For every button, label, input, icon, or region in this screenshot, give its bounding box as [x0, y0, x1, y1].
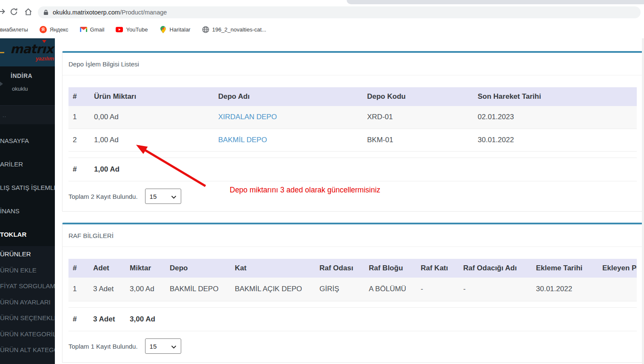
bookmark-haritalar[interactable]: Haritalar	[160, 26, 191, 33]
bookmark-label: Gmail	[90, 26, 105, 33]
sidebar-item-label: ÜRÜN AYARLARI	[0, 298, 51, 306]
col-depo-adi: Depo Adı	[214, 87, 363, 106]
cell: GİRİŞ	[315, 278, 365, 301]
row-index: 1	[68, 106, 90, 129]
reload-button[interactable]	[6, 5, 21, 20]
yandex-icon: Я	[40, 26, 47, 33]
bookmark-novalties[interactable]: 196_2_novalties-cat...	[202, 26, 266, 33]
table-row: 1 3 Adet 3,00 Ad BAKMİL DEPO BAKMİL AÇIK…	[68, 278, 637, 301]
sidebar-item-label: ÜRÜN ALT KATEGO	[0, 346, 55, 353]
row-qty: 0,00 Ad	[90, 106, 214, 129]
sidebar-item-label: NASAYFA	[0, 137, 29, 144]
cell: BAKMİL AÇIK DEPO	[231, 278, 315, 301]
cell: -	[416, 278, 459, 301]
sidebar-item-urun-ayarlari[interactable]: ÜRÜN AYARLARI	[0, 294, 55, 310]
sidebar-item-label: FİYAT SORGULAMA	[0, 282, 55, 289]
sidebar-item-urun-secenekleri[interactable]: ÜRÜN SEÇENEKLE	[0, 310, 55, 326]
cell: 30.01.2022	[532, 278, 598, 301]
depot-link-bakmil[interactable]: BAKMİL DEPO	[218, 136, 267, 144]
page-size-select[interactable]: 15	[145, 338, 181, 354]
home-button[interactable]	[21, 5, 35, 20]
table-spacer-row	[68, 151, 637, 158]
sidebar-item-finans[interactable]: İNANS	[0, 199, 55, 223]
table-row: 1 0,00 Ad XIRDALAN DEPO XRD-01 02.01.202…	[68, 106, 637, 129]
cell: 3,00 Ad	[125, 278, 165, 301]
col-ekleyen-personel: Ekleyen Per	[598, 259, 637, 278]
bookmark-label: виабилеты	[0, 26, 28, 33]
home-icon	[24, 8, 32, 17]
bookmark-youtube[interactable]: YouTube	[116, 26, 148, 33]
sidebar-item-label: ÜRÜN EKLE	[0, 267, 37, 274]
col-son-hareket: Son Hareket Tarihi	[473, 87, 637, 106]
bookmarks-bar: виабилеты Я Яндекс Gmail YouTube Harital…	[0, 20, 644, 38]
brand-name: matrıx	[10, 42, 53, 56]
bookmark-aviabilety[interactable]: виабилеты	[0, 26, 28, 33]
sidebar-item-cariler[interactable]: ARİLER	[0, 152, 55, 176]
depot-link-xirdalan[interactable]: XIRDALAN DEPO	[218, 113, 277, 121]
footer-hash: #	[68, 158, 90, 181]
sidebar-item-urun-alt-kategorileri[interactable]: ÜRÜN ALT KATEGO	[0, 342, 55, 358]
sidebar: matrıx yazılım İNDİRA okuklu .. NASAYFA …	[0, 38, 55, 364]
tab-strip-background	[347, 0, 644, 4]
row-code: BKM-01	[363, 129, 473, 151]
bookmark-yandex[interactable]: Я Яндекс	[40, 26, 68, 33]
sidebar-item-label: ÜRÜNLER	[0, 250, 31, 258]
col-hash: #	[68, 259, 89, 278]
shelf-card-title: RAF BİLGİLERİ	[63, 224, 643, 247]
bookmark-label: Яндекс	[50, 26, 68, 33]
reload-icon	[10, 8, 18, 17]
shelf-table-footer-row: # 3 Adet 3,00 Ad	[68, 307, 637, 331]
col-kat: Kat	[231, 259, 315, 278]
sidebar-item-alis-satis[interactable]: LIŞ SATIŞ İŞLEMLE	[0, 176, 55, 199]
footer-total-adet: 3 Adet	[89, 307, 125, 331]
sidebar-item-stoklar[interactable]: TOKLAR	[0, 223, 55, 246]
footer-total-qty: 1,00 Ad	[90, 158, 214, 181]
brand-logo[interactable]: matrıx yazılım	[0, 38, 55, 66]
brand-dash-decoration	[0, 52, 4, 53]
table-row: 2 1,00 Ad BAKMİL DEPO BKM-01 30.01.2022	[68, 129, 637, 151]
col-urun-miktari: Ürün Miktarı	[90, 87, 214, 106]
lock-icon	[43, 9, 48, 15]
forward-arrow-icon	[0, 8, 6, 17]
col-raf-blogu: Raf Bloğu	[365, 259, 416, 278]
bookmark-label: 196_2_novalties-cat...	[212, 26, 266, 33]
sidebar-collapse-item[interactable]: ..	[0, 106, 55, 124]
bookmark-label: YouTube	[126, 26, 148, 33]
page-size-value: 15	[150, 343, 157, 350]
col-depo: Depo	[165, 259, 231, 278]
page-scrollbar[interactable]	[642, 38, 644, 364]
brand-triangle-icon	[42, 40, 46, 43]
chevron-down-icon	[171, 193, 177, 200]
url-text: okuklu.matrixotoerp.com/Product/manage	[53, 9, 167, 16]
sidebar-item-urunler[interactable]: ÜRÜNLER	[0, 246, 55, 262]
row-code: XRD-01	[363, 106, 473, 129]
main-content: Depo İşlem Bilgisi Listesi # Ürün Miktar…	[55, 38, 644, 364]
bookmark-gmail[interactable]: Gmail	[80, 26, 105, 33]
sidebar-item-fiyat-sorgulama[interactable]: FİYAT SORGULAMA	[0, 278, 55, 294]
depot-table-footer-row: # 1,00 Ad	[68, 158, 637, 181]
sidebar-item-urun-kategorileri[interactable]: ÜRÜN KATEGORİLE	[0, 326, 55, 342]
sidebar-item-urun-ekle[interactable]: ÜRÜN EKLE	[0, 262, 55, 278]
account-block[interactable]: İNDİRA okuklu	[0, 66, 55, 106]
cell: -	[459, 278, 532, 301]
sidebar-menu: NASAYFA ARİLER LIŞ SATIŞ İŞLEMLE İNANS T…	[0, 129, 55, 246]
sidebar-item-label: ARİLER	[0, 161, 23, 168]
row-qty: 1,00 Ad	[90, 129, 214, 151]
sidebar-item-anasayfa[interactable]: NASAYFA	[0, 129, 55, 152]
brand-subtitle: yazılım	[36, 55, 54, 62]
address-bar[interactable]: okuklu.matrixotoerp.com/Product/manage	[38, 6, 641, 18]
col-raf-odacigi: Raf Odacığı Adı	[459, 259, 532, 278]
page-size-select[interactable]: 15	[145, 189, 181, 204]
depot-table-wrap: # Ürün Miktarı Depo Adı Depo Kodu Son Ha…	[63, 75, 643, 181]
row-date: 02.01.2023	[473, 106, 637, 129]
depot-table-header-row: # Ürün Miktarı Depo Adı Depo Kodu Son Ha…	[68, 87, 637, 106]
col-depo-kodu: Depo Kodu	[363, 87, 473, 106]
col-adet: Adet	[89, 259, 125, 278]
forward-button[interactable]	[0, 5, 6, 20]
account-name: İNDİRA	[11, 72, 32, 79]
url-domain: okuklu.matrixotoerp.com	[53, 9, 120, 16]
shelf-info-card: RAF BİLGİLERİ # Adet Miktar Depo Kat Raf…	[62, 223, 643, 363]
col-raf-kati: Raf Katı	[416, 259, 459, 278]
cell: 3 Adet	[89, 278, 125, 301]
url-path: /Product/manage	[120, 9, 167, 16]
